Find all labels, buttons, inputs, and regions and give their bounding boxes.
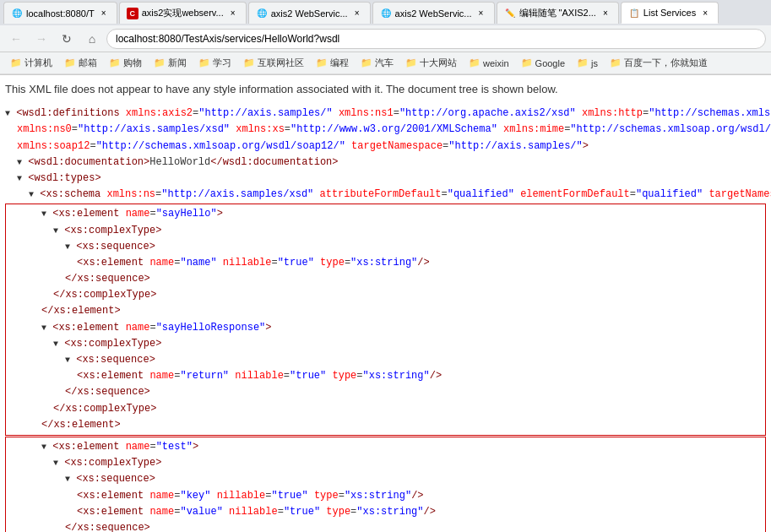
bookmark-baidu[interactable]: 📁 百度一下，你就知道 <box>605 55 713 71</box>
bookmark-jisuan-icon: 📁 <box>10 57 22 69</box>
collapse-test[interactable]: ▼ <box>41 442 46 452</box>
xml-attr-targetns: targetNamespace <box>351 140 443 152</box>
xml-val-name-test: "test" <box>156 441 193 453</box>
bookmark-biancheng-icon: 📁 <box>316 57 328 69</box>
collapse-seq3[interactable]: ▼ <box>65 475 70 484</box>
collapse-ct3[interactable]: ▼ <box>53 459 58 468</box>
collapse-types[interactable]: ▼ <box>17 174 22 183</box>
xml-elem-name-line: <xs:element name="name" nillable="true" … <box>77 255 765 271</box>
xml-seq1-close: </xs:sequence> <box>65 273 150 285</box>
collapse-root[interactable]: ▼ <box>5 109 10 118</box>
xml-elem-name-tag: <xs:element <box>77 257 144 269</box>
xml-ct2-close-line: </xs:complexType> <box>53 401 765 417</box>
bookmark-js[interactable]: 📁 js <box>572 56 603 71</box>
reload-button[interactable]: ↻ <box>56 28 78 50</box>
bookmark-xinwen[interactable]: 📁 新闻 <box>149 55 192 71</box>
tab-3[interactable]: 🌐 axis2 WebServic... × <box>248 2 371 24</box>
bookmark-gouwu-icon: 📁 <box>109 57 121 69</box>
nav-bar: ← → ↻ ⌂ <box>0 25 771 52</box>
xml-attr-xs: xmlns:xs <box>236 123 285 135</box>
xml-content: ▼ <wsdl:definitions xmlns:axis2="http://… <box>5 106 766 532</box>
tab-1[interactable]: 🌐 localhost:8080/T × <box>3 2 117 24</box>
xml-attr-ns0: xmlns:ns0 <box>17 123 72 135</box>
xml-val-return-name: "return" <box>180 370 229 382</box>
bookmark-hulian[interactable]: 📁 互联网社区 <box>238 55 309 71</box>
xml-ct3-open-line: ▼ <xs:complexType> <box>53 455 765 471</box>
tab-3-icon: 🌐 <box>256 8 268 19</box>
xml-attr-elem-nillable: nillable <box>223 257 272 269</box>
xml-ct2-open: <xs:complexType> <box>64 338 161 350</box>
boxed-section-test: ▼ <xs:element name="test"> ▼ <xs:complex… <box>5 437 766 532</box>
tab-2-icon: C <box>127 8 138 19</box>
bookmark-xuexi[interactable]: 📁 学习 <box>193 55 236 71</box>
tab-6-close[interactable]: × <box>699 7 711 19</box>
collapse-ct1[interactable]: ▼ <box>53 226 58 236</box>
xml-elem-value-line: <xs:element name="value" nillable="true"… <box>77 504 765 520</box>
xml-val-name-sayhelloresp: "sayHelloResponse" <box>156 322 266 334</box>
bookmark-google-icon: 📁 <box>521 57 533 69</box>
xml-attr-value-name: name <box>149 506 174 518</box>
xml-seq3-open-line: ▼ <xs:sequence> <box>65 471 765 487</box>
bookmark-weixin-icon: 📁 <box>469 57 481 69</box>
forward-button[interactable]: → <box>30 28 52 50</box>
tab-4[interactable]: 🌐 axis2 WebServic... × <box>372 2 495 24</box>
xml-attr-value-type: type <box>326 506 350 518</box>
tab-3-close[interactable]: × <box>351 8 363 19</box>
xml-schema-open: <xs:schema <box>40 188 100 200</box>
bookmark-weixin[interactable]: 📁 weixin <box>464 56 514 71</box>
bookmark-shida[interactable]: 📁 十大网站 <box>400 55 462 71</box>
tab-6[interactable]: 📋 List Services × <box>621 2 719 24</box>
xml-val-value-name: "value" <box>180 506 222 518</box>
collapse-schema[interactable]: ▼ <box>29 190 34 199</box>
collapse-sayhello[interactable]: ▼ <box>41 209 46 219</box>
bookmark-qiche[interactable]: 📁 汽车 <box>356 55 399 71</box>
tab-5[interactable]: ✏️ 编辑随笔 "AXIS2... × <box>497 2 619 24</box>
xml-val-axis2: "http://axis.samples/" <box>198 107 332 119</box>
xml-elem-close-self: /> <box>417 257 429 269</box>
collapse-sayhelloresp[interactable]: ▼ <box>41 323 46 333</box>
collapse-seq2[interactable]: ▼ <box>65 356 70 365</box>
tab-6-label: List Services <box>643 8 696 18</box>
xml-elem-return-line: <xs:element name="return" nillable="true… <box>77 368 765 384</box>
xml-line-ns0: xmlns:ns0="http://axis.samples/xsd" xmln… <box>17 122 766 138</box>
tab-1-close[interactable]: × <box>98 8 110 19</box>
collapse-documentation[interactable]: ▼ <box>17 158 22 167</box>
bookmark-gouwu[interactable]: 📁 购物 <box>104 55 147 71</box>
xml-val-key-nillable: "true" <box>271 490 307 502</box>
xml-val-elem-type: "xs:string" <box>350 257 417 269</box>
bookmark-gouwu-label: 购物 <box>123 57 142 69</box>
xml-sayhello-open: <xs:element <box>52 208 119 220</box>
xml-sayhello-close-line: </xs:element> <box>41 303 765 319</box>
address-bar[interactable] <box>106 29 766 49</box>
bookmark-biancheng[interactable]: 📁 编程 <box>311 55 354 71</box>
tab-2-close[interactable]: × <box>227 8 239 19</box>
tab-4-close[interactable]: × <box>475 8 487 19</box>
xml-val-ns0: "http://axis.samples/xsd" <box>78 123 230 135</box>
xml-ct1-open: <xs:complexType> <box>64 225 161 236</box>
xml-seq2-open-line: ▼ <xs:sequence> <box>65 352 765 368</box>
xml-attr-targetnamespace: targetNamespac <box>709 188 771 200</box>
tab-5-close[interactable]: × <box>600 8 611 19</box>
xml-attr-elem-name: name <box>149 257 174 269</box>
collapse-ct2[interactable]: ▼ <box>53 339 58 349</box>
collapse-seq1[interactable]: ▼ <box>65 242 70 252</box>
tab-2-label: axis2实现webserv... <box>142 7 224 19</box>
bookmarks-bar: 📁 计算机 📁 邮箱 📁 购物 📁 新闻 📁 学习 📁 互联网社区 📁 编程 <box>0 52 771 74</box>
back-button[interactable]: ← <box>5 28 27 50</box>
bookmark-google[interactable]: 📁 Google <box>516 56 570 71</box>
tab-2[interactable]: C axis2实现webserv... × <box>119 2 247 24</box>
bookmark-jisuan[interactable]: 📁 计算机 <box>5 55 57 71</box>
xml-val-attribform: "qualified" <box>448 188 514 200</box>
info-message: This XML file does not appear to have an… <box>5 82 766 97</box>
bookmark-xuexi-icon: 📁 <box>198 57 210 69</box>
xml-val-value-nillable: "true" <box>284 506 320 518</box>
xml-attr-soap12: xmlns:soap12 <box>17 140 90 152</box>
bookmark-qiche-icon: 📁 <box>361 57 372 69</box>
home-button[interactable]: ⌂ <box>81 28 103 50</box>
xml-elem-value-tag: <xs:element <box>77 506 144 518</box>
tab-3-label: axis2 WebServic... <box>271 8 348 19</box>
xml-attr-value-nillable: nillable <box>229 506 278 518</box>
bookmark-google-label: Google <box>535 58 565 68</box>
bookmark-youxiang[interactable]: 📁 邮箱 <box>59 55 102 71</box>
xml-key-close-self: /> <box>411 490 423 502</box>
